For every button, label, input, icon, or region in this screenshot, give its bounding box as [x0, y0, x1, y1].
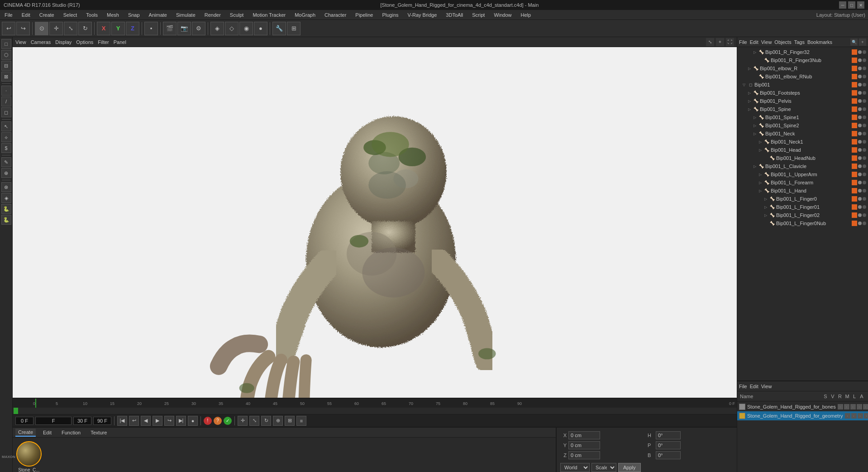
tree-item-hand[interactable]: ▷ 🦴 Bip001_L_Hand — [737, 187, 868, 195]
tree-item-clavicle[interactable]: ▷ 🦴 Bip001_L_Clavicle — [737, 162, 868, 170]
rotate-tool-button[interactable]: ↻ — [78, 22, 92, 35]
coord-h-input[interactable] — [656, 431, 681, 439]
status-btn-green[interactable]: ✓ — [224, 417, 232, 425]
sidebar-py2-btn[interactable]: 🐍 — [1, 215, 11, 225]
sidebar-obj1-btn[interactable]: ↖ — [1, 121, 11, 131]
sidebar-obj2-btn[interactable]: ⟡ — [1, 132, 11, 142]
tree-item-lfinger01[interactable]: ▷ 🦴 Bip001_L_Finger01 — [737, 203, 868, 211]
menu-vray-bridge[interactable]: V-Ray Bridge — [406, 11, 439, 19]
menu-render[interactable]: Render — [203, 11, 223, 19]
apply-button[interactable]: Apply — [618, 463, 641, 472]
world-dropdown[interactable]: World — [560, 463, 590, 472]
sidebar-tool1-btn[interactable]: ✎ — [1, 157, 11, 167]
menu-help[interactable]: Help — [519, 11, 533, 19]
tree-item-elbow-r[interactable]: ▷ 🦴 Bip001_elbow_R — [737, 64, 868, 72]
tree-item-neck1[interactable]: ▷ 🦴 Bip001_Neck1 — [737, 138, 868, 146]
vp-menu-display[interactable]: Display — [55, 39, 72, 45]
scale-dropdown[interactable]: Scale — [591, 463, 616, 472]
go-to-end-button[interactable]: ▶| — [176, 416, 186, 426]
object-tree[interactable]: ▷ 🦴 Bip001_R_Finger32 🦴 Bip001_R_Finger3… — [737, 47, 868, 380]
tree-item-spine2[interactable]: ▷ 🦴 Bip001_Spine2 — [737, 121, 868, 130]
material-item-geometry[interactable]: Stone_Golem_Hand_Rigged_for_geometry · ·… — [737, 411, 868, 420]
record-button[interactable]: ● — [188, 416, 198, 426]
render-view-button[interactable]: 🎬 — [163, 22, 176, 35]
transport-snap-btn[interactable]: ⊕ — [273, 416, 283, 426]
sidebar-polygons-btn[interactable]: ◻ — [1, 107, 11, 117]
mat-mgr-file[interactable]: File — [739, 384, 747, 389]
vp-icon-move[interactable]: ⤡ — [706, 38, 714, 46]
transport-grid-btn[interactable]: ⊞ — [285, 416, 295, 426]
menu-motion-tracker[interactable]: Motion Tracker — [251, 11, 287, 19]
current-frame-display[interactable]: 0 F — [15, 417, 33, 425]
obj-mgr-search-icon[interactable]: 🔍 — [850, 39, 858, 46]
tree-item-footsteps[interactable]: ▷ 🦴 Bip001_Footsteps — [737, 89, 868, 97]
sidebar-points-btn[interactable]: · — [1, 86, 11, 96]
axis-y-button[interactable]: Y — [111, 22, 125, 35]
tree-item-spine1[interactable]: ▷ 🦴 Bip001_Spine1 — [737, 113, 868, 121]
mat-mgr-view[interactable]: View — [761, 384, 772, 389]
sidebar-tool2-btn[interactable]: ⊕ — [1, 168, 11, 178]
sidebar-py-btn[interactable]: 🐍 — [1, 204, 11, 214]
tree-item-finger32[interactable]: ▷ 🦴 Bip001_R_Finger32 — [737, 48, 868, 56]
tree-item-lfinger0[interactable]: ▷ 🦴 Bip001_L_Finger0 — [737, 195, 868, 203]
menu-simulate[interactable]: Simulate — [174, 11, 197, 19]
move-tool-button[interactable]: ✛ — [49, 22, 63, 35]
obj-mgr-tags[interactable]: Tags — [794, 39, 805, 45]
menu-pipeline[interactable]: Pipeline — [353, 11, 375, 19]
tree-item-upperarm[interactable]: ▷ 🦴 Bip001_L_UpperArm — [737, 170, 868, 178]
mat-tab-edit[interactable]: Edit — [40, 429, 54, 436]
mat-tab-texture[interactable]: Texture — [88, 429, 110, 436]
tree-item-headnub[interactable]: 🦴 Bip001_HeadNub — [737, 154, 868, 162]
menu-snap[interactable]: Snap — [126, 11, 142, 19]
options-button[interactable]: ⊞ — [287, 22, 300, 35]
sidebar-tool4-btn[interactable]: ◈ — [1, 193, 11, 203]
obj-mgr-bookmarks[interactable]: Bookmarks — [807, 39, 832, 45]
tree-item-spine[interactable]: ▷ 🦴 Bip001_Spine — [737, 105, 868, 113]
next-keyframe-button[interactable]: ↪ — [164, 416, 174, 426]
coord-y-input[interactable] — [568, 441, 600, 449]
display-gouraud-button[interactable]: ◉ — [239, 22, 253, 35]
axis-x-button[interactable]: X — [97, 22, 110, 35]
display-polygon-button[interactable]: ◈ — [210, 22, 224, 35]
coord-z-input[interactable] — [568, 451, 600, 459]
mat-tab-create[interactable]: Create — [15, 429, 36, 437]
vp-menu-view[interactable]: View — [15, 39, 26, 45]
vp-menu-panel[interactable]: Panel — [114, 39, 126, 45]
menu-create[interactable]: Create — [38, 11, 56, 19]
timeline-ruler[interactable]: 0 5 10 15 20 25 30 35 40 45 50 55 60 65 … — [13, 399, 737, 408]
fps-max-display[interactable]: 90 F — [93, 417, 111, 425]
sidebar-texture-btn[interactable]: ⬡ — [1, 50, 11, 60]
timeline-playhead[interactable] — [35, 399, 36, 408]
material-thumbnail[interactable] — [16, 441, 42, 467]
timeline-start-marker[interactable] — [14, 408, 18, 414]
obj-mgr-view[interactable]: View — [761, 39, 772, 45]
obj-mgr-edit[interactable]: Edit — [750, 39, 758, 45]
sidebar-edges-btn[interactable]: / — [1, 96, 11, 106]
tree-item-elbow-rnub[interactable]: 🦴 Bip001_elbow_RNub — [737, 72, 868, 81]
tree-item-bip001[interactable]: ▽ ◻ Bip001 — [737, 81, 868, 89]
play-back-button[interactable]: ◀ — [141, 416, 151, 426]
tree-item-finger3nub[interactable]: 🦴 Bip001_R_Finger3Nub — [737, 56, 868, 64]
coord-p-input[interactable] — [656, 441, 681, 449]
menu-window[interactable]: Window — [492, 11, 513, 19]
transport-move-btn[interactable]: ✛ — [238, 416, 248, 426]
sidebar-model-btn[interactable]: □ — [1, 39, 11, 49]
sidebar-obj3-btn[interactable]: $ — [1, 143, 11, 153]
transport-rotate-btn[interactable]: ↻ — [261, 416, 271, 426]
fps-display[interactable]: 30 F — [73, 417, 91, 425]
menu-edit[interactable]: Edit — [20, 11, 32, 19]
vp-menu-options[interactable]: Options — [76, 39, 93, 45]
tree-item-head[interactable]: ▷ 🦴 Bip001_Head — [737, 146, 868, 154]
minimize-button[interactable]: ─ — [839, 1, 846, 9]
menu-character[interactable]: Character — [323, 11, 348, 19]
status-btn-red[interactable]: ! — [204, 417, 212, 425]
snap-button[interactable]: 🔧 — [272, 22, 286, 35]
status-btn-orange[interactable]: ? — [214, 417, 222, 425]
obj-mgr-file[interactable]: File — [739, 39, 747, 45]
coord-b-input[interactable] — [656, 451, 681, 459]
redo-button[interactable]: ↪ — [16, 22, 30, 35]
material-item-bones[interactable]: Stone_Golem_Hand_Rigged_for_bones · · · … — [737, 402, 868, 411]
menu-plugins[interactable]: Plugins — [380, 11, 400, 19]
display-wireframe-button[interactable]: ◇ — [225, 22, 238, 35]
tree-item-neck[interactable]: ▷ 🦴 Bip001_Neck — [737, 130, 868, 138]
